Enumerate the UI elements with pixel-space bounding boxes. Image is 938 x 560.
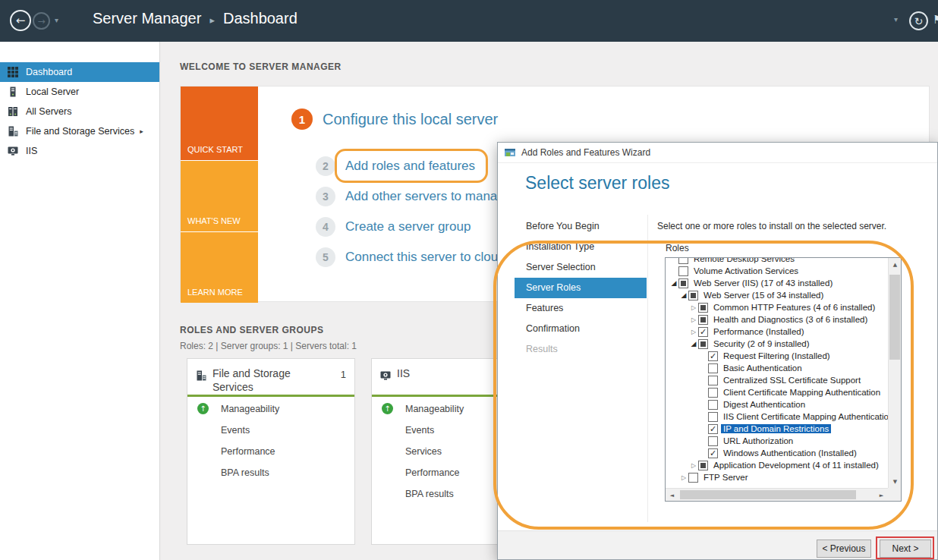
checkbox-checked[interactable]: ✓	[708, 424, 718, 434]
checkbox-partial[interactable]	[688, 291, 698, 300]
refresh-icon[interactable]: ↻	[909, 11, 928, 30]
checkbox-checked[interactable]: ✓	[708, 351, 718, 361]
role-row-centralized-ssl-certificate-support[interactable]: Centralized SSL Certificate Support	[666, 374, 888, 386]
expand-open-icon[interactable]: ◢	[669, 279, 678, 287]
scroll-right-icon[interactable]: ►	[875, 489, 888, 502]
quick-start-step-2[interactable]: 2Add roles and features	[316, 156, 475, 176]
role-row-web-server-15-of-34-installed[interactable]: ◢Web Server (15 of 34 installed)	[666, 289, 888, 301]
next-button[interactable]: Next >	[880, 540, 931, 558]
tile-title[interactable]: File and Storage Services	[212, 367, 330, 394]
tile-row-events[interactable]: Events	[187, 420, 354, 441]
tile-row-label: BPA results	[405, 483, 454, 505]
forward-button[interactable]: →	[33, 12, 50, 30]
wizard-nav-server-roles[interactable]: Server Roles	[515, 278, 647, 298]
checkbox-partial[interactable]	[698, 461, 708, 470]
expand-closed-icon[interactable]: ▷	[689, 304, 698, 311]
expand-closed-icon[interactable]: ▷	[679, 474, 688, 481]
role-row-application-development-4-of-11-installed[interactable]: ▷Application Development (4 of 11 instal…	[666, 459, 888, 471]
role-row-remote-desktop-services[interactable]: Remote Desktop Services	[666, 258, 888, 265]
scroll-down-icon[interactable]: ▼	[889, 475, 902, 488]
quick-start-block[interactable]: QUICK START	[181, 87, 258, 160]
sidebar-item-iis[interactable]: IIS	[0, 141, 159, 161]
checkbox-unchecked[interactable]	[688, 473, 698, 483]
wizard-nav-installation-type[interactable]: Installation Type	[515, 237, 647, 257]
horizontal-scroll-thumb[interactable]	[680, 490, 856, 499]
role-row-web-server-iis-17-of-43-installed[interactable]: ◢Web Server (IIS) (17 of 43 installed)	[666, 277, 888, 289]
checkbox-partial[interactable]	[698, 339, 708, 349]
expand-closed-icon[interactable]: ▷	[689, 329, 698, 335]
quick-start-step-4[interactable]: 4Create a server group	[316, 217, 471, 237]
checkbox-unchecked[interactable]	[678, 258, 688, 264]
role-row-ip-and-domain-restrictions[interactable]: ✓IP and Domain Restrictions	[666, 423, 888, 435]
expand-open-icon[interactable]: ◢	[689, 340, 698, 348]
role-row-client-certificate-mapping-authentication[interactable]: Client Certificate Mapping Authenticatio…	[666, 386, 888, 398]
role-label: Client Certificate Mapping Authenticatio…	[721, 388, 883, 397]
checkbox-partial[interactable]	[698, 315, 708, 325]
sidebar-item-dashboard[interactable]: Dashboard	[0, 62, 159, 82]
step-label-create-a-server-group[interactable]: Create a server group	[345, 219, 471, 234]
role-row-digest-authentication[interactable]: Digest Authentication	[666, 398, 888, 411]
tile-row-manageability[interactable]: ↑Manageability	[187, 398, 354, 420]
role-row-windows-authentication-installed[interactable]: ✓Windows Authentication (Installed)	[666, 447, 888, 459]
tile-row-bpa-results[interactable]: BPA results	[187, 462, 354, 483]
vertical-scroll-thumb[interactable]	[889, 275, 900, 360]
server-manager-window: ← → ▾ Server Manager ▸ Dashboard ▾ ↻ ⚑ D…	[0, 0, 938, 560]
role-label: Request Filtering (Installed)	[721, 351, 833, 360]
horizontal-scrollbar[interactable]: ◄ ►	[666, 488, 888, 501]
checkbox-unchecked[interactable]	[708, 436, 718, 446]
role-row-iis-client-certificate-mapping-authentication[interactable]: IIS Client Certificate Mapping Authentic…	[666, 411, 888, 423]
role-row-volume-activation-services[interactable]: Volume Activation Services	[666, 265, 888, 277]
tile-row-performance[interactable]: Performance	[187, 441, 354, 462]
wizard-nav-server-selection[interactable]: Server Selection	[515, 257, 647, 278]
whats-new-block[interactable]: WHAT'S NEW	[181, 161, 258, 231]
wizard-nav-confirmation[interactable]: Confirmation	[515, 319, 647, 339]
scroll-up-icon[interactable]: ▲	[889, 258, 902, 271]
checkbox-unchecked[interactable]	[708, 363, 718, 373]
role-label: Application Development (4 of 11 install…	[711, 461, 881, 470]
expand-open-icon[interactable]: ◢	[679, 291, 688, 299]
checkbox-unchecked[interactable]	[708, 400, 718, 410]
step-number-badge: 5	[316, 247, 335, 267]
expand-closed-icon[interactable]: ▷	[689, 462, 698, 469]
checkbox-checked[interactable]: ✓	[708, 448, 718, 458]
tile-count: 1	[341, 369, 346, 380]
checkbox-unchecked[interactable]	[708, 412, 718, 422]
wizard-nav-features[interactable]: Features	[515, 298, 647, 319]
checkbox-checked[interactable]: ✓	[698, 327, 708, 337]
nav-history-caret-icon[interactable]: ▾	[55, 16, 58, 24]
previous-button[interactable]: < Previous	[817, 540, 871, 558]
expand-closed-icon[interactable]: ▷	[689, 316, 698, 323]
role-label: Health and Diagnostics (3 of 6 installed…	[711, 315, 870, 324]
sidebar-item-file-and-storage-services[interactable]: File and Storage Services▸	[0, 121, 159, 141]
checkbox-unchecked[interactable]	[708, 376, 718, 385]
chevron-right-icon[interactable]: ▸	[140, 127, 143, 135]
role-row-basic-authentication[interactable]: Basic Authentication	[666, 362, 888, 374]
scrollbar-corner	[888, 488, 901, 501]
toolbar-caret-icon[interactable]: ▾	[894, 15, 898, 24]
role-row-ftp-server[interactable]: ▷FTP Server	[666, 471, 888, 483]
checkbox-partial[interactable]	[698, 303, 708, 313]
step-label-add-other-servers-to-manage[interactable]: Add other servers to manage	[345, 189, 511, 204]
notifications-flag-icon[interactable]: ⚑	[933, 13, 938, 27]
role-row-performance-installed[interactable]: ▷✓Performance (Installed)	[666, 326, 888, 338]
role-row-common-http-features-4-of-6-installed[interactable]: ▷Common HTTP Features (4 of 6 installed)	[666, 301, 888, 313]
sidebar-item-local-server[interactable]: Local Server	[0, 82, 159, 102]
scroll-left-icon[interactable]: ◄	[666, 489, 678, 502]
back-button[interactable]: ←	[10, 10, 31, 31]
checkbox-unchecked[interactable]	[678, 266, 688, 276]
learn-more-block[interactable]: LEARN MORE	[181, 232, 258, 303]
role-row-security-2-of-9-installed[interactable]: ◢Security (2 of 9 installed)	[666, 338, 888, 350]
role-row-request-filtering-installed[interactable]: ✓Request Filtering (Installed)	[666, 350, 888, 362]
storage-icon	[8, 126, 20, 137]
quick-start-step-3[interactable]: 3Add other servers to manage	[316, 187, 511, 206]
vertical-scrollbar[interactable]: ▲ ▼	[888, 258, 901, 488]
sidebar-item-all-servers[interactable]: All Servers	[0, 102, 159, 121]
wizard-nav-before-you-begin[interactable]: Before You Begin	[515, 216, 647, 237]
tile-row-label: Services	[405, 441, 442, 462]
wizard-nav-divider	[647, 215, 648, 522]
step-label-add-roles-and-features[interactable]: Add roles and features	[345, 159, 475, 174]
checkbox-partial[interactable]	[678, 278, 688, 288]
role-row-url-authorization[interactable]: URL Authorization	[666, 435, 888, 447]
checkbox-unchecked[interactable]	[708, 388, 718, 398]
role-row-health-and-diagnostics-3-of-6-installed[interactable]: ▷Health and Diagnostics (3 of 6 installe…	[666, 313, 888, 326]
